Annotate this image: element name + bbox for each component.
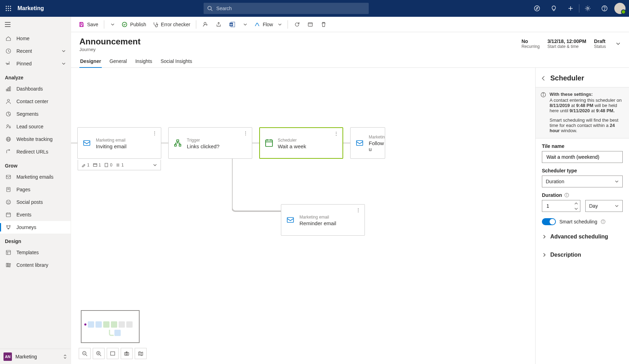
zoom-in[interactable] — [93, 348, 105, 359]
share-button[interactable] — [212, 18, 225, 31]
panel-back[interactable] — [540, 75, 547, 81]
svg-point-100 — [566, 194, 567, 194]
description-section[interactable]: Description — [542, 248, 623, 262]
info-icon — [540, 92, 546, 98]
camera-icon — [124, 351, 129, 356]
nav-pages[interactable]: Pages — [0, 183, 71, 196]
tile-more[interactable]: ⋮ — [355, 207, 362, 214]
delete-button[interactable] — [317, 18, 330, 31]
nav-journeys[interactable]: Journeys — [0, 221, 71, 234]
tab-insights[interactable]: Insights — [135, 56, 153, 67]
snapshot[interactable] — [121, 348, 133, 359]
minimap[interactable] — [81, 310, 140, 343]
nav-pinned[interactable]: Pinned — [0, 57, 71, 70]
svg-rect-60 — [308, 23, 312, 26]
tile-more[interactable]: ⋮ — [242, 130, 249, 137]
tab-social-insights[interactable]: Social Insights — [160, 56, 193, 67]
calendar-icon — [6, 212, 11, 217]
svg-point-103 — [603, 221, 603, 221]
help-button[interactable] — [596, 0, 613, 17]
journey-canvas[interactable]: ⋮ ⋮ Marketing email Inviting email 1 — [71, 68, 535, 364]
add-button[interactable] — [562, 0, 579, 17]
svg-point-8 — [10, 10, 11, 11]
nav-templates[interactable]: Templates — [0, 246, 71, 259]
clock-icon — [6, 48, 11, 54]
nav-website-tracking[interactable]: Website tracking — [0, 133, 71, 145]
zoom-out[interactable] — [79, 348, 91, 359]
tile-expand[interactable] — [153, 163, 157, 167]
mail-icon — [6, 174, 11, 180]
error-checker-button[interactable]: Error checker — [150, 18, 193, 31]
arrow-left-icon — [540, 75, 547, 81]
page-icon — [6, 187, 11, 192]
site-nav: Home Recent Pinned Analyze Dashboards Co… — [0, 17, 71, 364]
save-button[interactable]: Save — [76, 18, 101, 31]
save-dropdown[interactable] — [107, 18, 118, 31]
nav-toggle[interactable] — [0, 17, 71, 32]
fit-screen[interactable] — [107, 348, 119, 359]
nav-segments[interactable]: Segments — [0, 108, 71, 120]
nav-contact-center[interactable]: Contact center — [0, 95, 71, 108]
tile-stats: 1 1 0 1 — [78, 160, 161, 170]
tile-marketing-email-1[interactable]: ⋮ Marketing email Inviting email 1 1 0 1 — [77, 127, 161, 159]
svg-rect-70 — [175, 144, 176, 146]
assign-button[interactable] — [199, 18, 212, 31]
svg-rect-39 — [6, 213, 10, 217]
area-switcher[interactable]: AN Marketing — [0, 349, 71, 364]
nav-recent[interactable]: Recent — [0, 45, 71, 57]
tile-reminder-email[interactable]: ⋮ Marketing email Reminder email — [281, 204, 365, 236]
user-avatar[interactable] — [614, 3, 626, 14]
panel-summary: With these settings: A contact entering … — [536, 87, 629, 138]
nav-redirect-urls[interactable]: Redirect URLs — [0, 145, 71, 158]
word-dropdown[interactable] — [240, 18, 251, 31]
zoom-out-icon — [82, 351, 87, 356]
tile-name-label: Tile name — [542, 143, 623, 149]
tile-marketing-email-2[interactable]: Marketin Follow u — [350, 127, 385, 159]
search-input[interactable] — [215, 5, 365, 12]
spin-up[interactable] — [573, 201, 580, 206]
tab-general[interactable]: General — [109, 56, 128, 67]
nav-marketing-emails[interactable]: Marketing emails — [0, 171, 71, 183]
chevron-down-icon — [278, 22, 282, 27]
task-flow-button[interactable] — [529, 0, 545, 17]
svg-rect-69 — [177, 140, 179, 142]
tile-more[interactable]: ⋮ — [333, 130, 340, 137]
spin-down[interactable] — [573, 206, 580, 211]
svg-point-6 — [6, 10, 7, 11]
smart-scheduling-toggle[interactable] — [542, 218, 556, 225]
nav-home[interactable]: Home — [0, 32, 71, 45]
nav-dashboards[interactable]: Dashboards — [0, 83, 71, 95]
nav-events[interactable]: Events — [0, 208, 71, 221]
tile-trigger[interactable]: ⋮ Trigger Links clicked? — [168, 127, 252, 159]
nav-lead-source[interactable]: Lead source — [0, 120, 71, 133]
scheduler-type-select[interactable]: Duration — [542, 176, 623, 187]
tab-designer[interactable]: Designer — [79, 56, 102, 67]
toggle-minimap[interactable] — [135, 348, 147, 359]
info-icon[interactable] — [601, 219, 606, 224]
header-expand[interactable] — [616, 38, 621, 49]
duration-value[interactable] — [542, 200, 580, 212]
advanced-scheduling[interactable]: Advanced scheduling — [542, 230, 623, 243]
tile-more[interactable]: ⋮ — [151, 130, 158, 137]
publish-button[interactable]: Publish — [119, 18, 149, 31]
flow-button[interactable]: Flow — [252, 18, 285, 31]
svg-rect-72 — [266, 140, 273, 147]
process-button[interactable] — [304, 18, 317, 31]
nav-social-posts[interactable]: Social posts — [0, 196, 71, 208]
info-icon[interactable] — [564, 193, 569, 198]
svg-point-2 — [10, 6, 11, 7]
svg-point-43 — [7, 226, 8, 227]
tile-name-input[interactable] — [546, 154, 619, 160]
settings-button[interactable] — [579, 0, 596, 17]
journey-icon — [6, 224, 11, 230]
assistant-button[interactable] — [545, 0, 562, 17]
record-title: Announcement — [79, 37, 141, 46]
word-template-button[interactable]: W — [226, 18, 239, 31]
global-search[interactable] — [204, 3, 369, 14]
app-launcher[interactable] — [0, 0, 17, 17]
nav-content-library[interactable]: Content library — [0, 259, 71, 271]
refresh-button[interactable] — [291, 18, 303, 31]
svg-point-28 — [9, 127, 10, 128]
template-icon — [6, 250, 11, 255]
tile-scheduler[interactable]: ⋮ Scheduler Wait a week — [259, 127, 343, 159]
